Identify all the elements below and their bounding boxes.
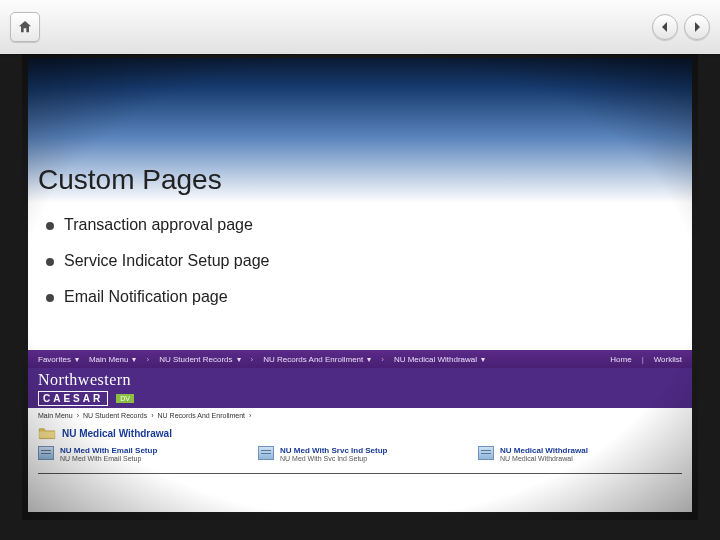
nav-label: NU Medical Withdrawal: [394, 355, 477, 364]
caret-down-icon: ▾: [75, 355, 79, 364]
nav-label: NU Student Records: [159, 355, 232, 364]
nav-label: Main Menu: [89, 355, 129, 364]
app-breadcrumb: Main Menu› NU Student Records› NU Record…: [28, 408, 692, 422]
home-icon: [17, 19, 33, 35]
caret-down-icon: ▾: [237, 355, 241, 364]
entry-title: NU Med With Srvc Ind Setup: [280, 446, 388, 455]
nav-item-records-enrollment[interactable]: NU Records And Enrollment▾: [263, 355, 371, 364]
crumb[interactable]: NU Student Records: [83, 412, 147, 419]
folder-icon: [38, 426, 56, 440]
app-brand-bar: Northwestern CAESAR DV: [28, 368, 692, 408]
breadcrumb-separator: ›: [77, 412, 79, 419]
caret-down-icon: ▾: [132, 355, 136, 364]
page-entry[interactable]: NU Medical Withdrawal NU Medical Withdra…: [478, 446, 628, 462]
crumb[interactable]: Main Menu: [38, 412, 73, 419]
page-icon: [258, 446, 274, 460]
nav-arrows: [652, 14, 710, 40]
folder-link[interactable]: NU Medical Withdrawal: [62, 428, 172, 439]
entry-sub: NU Medical Withdrawal: [500, 455, 588, 462]
bullet-item: Transaction approval page: [46, 216, 674, 234]
app-screenshot: Favorites▾ Main Menu▾ › NU Student Recor…: [28, 350, 692, 512]
bullet-text: Email Notification page: [64, 288, 228, 305]
bullet-item: Email Notification page: [46, 288, 674, 306]
entry-sub: NU Med With Email Setup: [60, 455, 157, 462]
folder-row: NU Medical Withdrawal: [38, 426, 682, 440]
nav-item-medical-withdrawal[interactable]: NU Medical Withdrawal▾: [394, 355, 485, 364]
brand-name: Northwestern: [38, 371, 134, 389]
nav-label: NU Records And Enrollment: [263, 355, 363, 364]
breadcrumb-separator: ›: [249, 412, 251, 419]
next-slide-button[interactable]: [684, 14, 710, 40]
crumb[interactable]: NU Records And Enrollment: [158, 412, 246, 419]
breadcrumb-separator: ›: [151, 412, 153, 419]
bullet-item: Service Indicator Setup page: [46, 252, 674, 270]
bullet-text: Service Indicator Setup page: [64, 252, 269, 269]
viewer-toolbar: [0, 0, 720, 54]
entry-title: NU Med With Email Setup: [60, 446, 157, 455]
nav-item-mainmenu[interactable]: Main Menu▾: [89, 355, 137, 364]
home-button[interactable]: [10, 12, 40, 42]
breadcrumb-separator: ›: [251, 355, 254, 364]
page-icon: [38, 446, 54, 460]
nav-divider: |: [642, 355, 644, 364]
app-body: NU Medical Withdrawal NU Med With Email …: [28, 422, 692, 482]
app-topnav: Favorites▾ Main Menu▾ › NU Student Recor…: [28, 350, 692, 368]
prev-slide-button[interactable]: [652, 14, 678, 40]
entries-row: NU Med With Email Setup NU Med With Emai…: [38, 446, 682, 462]
page-entry[interactable]: NU Med With Email Setup NU Med With Emai…: [38, 446, 188, 462]
nav-item-favorites[interactable]: Favorites▾: [38, 355, 79, 364]
slide-stage: Custom Pages Transaction approval page S…: [0, 0, 720, 540]
entry-title: NU Medical Withdrawal: [500, 446, 588, 455]
slide-title: Custom Pages: [38, 164, 222, 196]
nav-home-link[interactable]: Home: [610, 355, 631, 364]
caret-down-icon: ▾: [481, 355, 485, 364]
bullet-list: Transaction approval page Service Indica…: [46, 216, 674, 324]
chevron-left-icon: [660, 22, 670, 32]
bullet-text: Transaction approval page: [64, 216, 253, 233]
page-icon: [478, 446, 494, 460]
brand-sub: CAESAR: [38, 391, 108, 406]
breadcrumb-separator: ›: [381, 355, 384, 364]
divider: [38, 472, 682, 474]
breadcrumb-separator: ›: [146, 355, 149, 364]
chevron-right-icon: [692, 22, 702, 32]
page-entry[interactable]: NU Med With Srvc Ind Setup NU Med With S…: [258, 446, 408, 462]
entry-sub: NU Med With Svc Ind Setup: [280, 455, 388, 462]
nav-label: Favorites: [38, 355, 71, 364]
slide: Custom Pages Transaction approval page S…: [28, 58, 692, 512]
nav-worklist-link[interactable]: Worklist: [654, 355, 682, 364]
brand-env-badge: DV: [116, 394, 134, 403]
nav-item-student-records[interactable]: NU Student Records▾: [159, 355, 240, 364]
caret-down-icon: ▾: [367, 355, 371, 364]
